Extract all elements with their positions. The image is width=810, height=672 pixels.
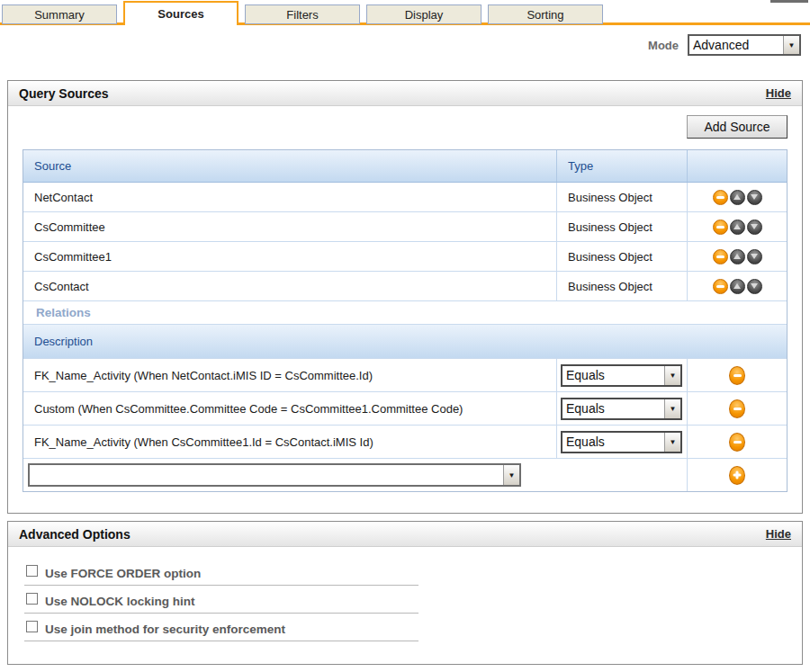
remove-source-icon[interactable] <box>713 190 728 205</box>
move-up-icon[interactable] <box>730 279 745 294</box>
source-actions <box>688 212 787 241</box>
tab-filters[interactable]: Filters <box>245 4 360 24</box>
table-row: CsContact Business Object <box>23 272 787 301</box>
source-name: CsContact <box>23 272 557 300</box>
add-source-row: Add Source <box>8 106 802 139</box>
join-method-label: Use join method for security enforcement <box>45 623 285 636</box>
source-type: Business Object <box>557 242 688 271</box>
source-name: NetContact <box>23 183 557 211</box>
relation-actions <box>688 359 787 391</box>
relations-section-row: Relations <box>23 301 787 325</box>
new-relation-value <box>30 465 503 485</box>
relation-description: Custom (When CsCommittee.Committee Code … <box>23 392 557 425</box>
advanced-options-title: Advanced Options <box>19 527 130 542</box>
add-relation-icon[interactable] <box>729 466 745 485</box>
option-row: Use join method for security enforcement <box>24 614 418 641</box>
option-row: Use FORCE ORDER option <box>24 558 418 586</box>
relations-label: Relations <box>23 301 787 324</box>
relation-operator-cell: Equals ▼ <box>557 392 688 425</box>
tab-sorting[interactable]: Sorting <box>488 4 603 24</box>
remove-relation-icon[interactable] <box>729 366 745 385</box>
relation-operator-value: Equals <box>562 366 664 385</box>
relation-actions <box>688 392 787 425</box>
chevron-down-icon: ▼ <box>664 433 680 452</box>
add-source-button[interactable]: Add Source <box>687 115 788 139</box>
relation-row: FK_Name_Activity (When CsCommittee1.Id =… <box>23 426 787 459</box>
mode-select[interactable]: Advanced ▼ <box>688 34 801 56</box>
new-relation-cell: ▼ <box>23 459 688 491</box>
sources-table-header: Source Type <box>23 150 787 183</box>
move-up-icon[interactable] <box>730 249 745 264</box>
table-row: CsCommittee1 Business Object <box>23 242 787 272</box>
move-down-icon[interactable] <box>747 220 762 235</box>
remove-source-icon[interactable] <box>713 220 728 235</box>
advanced-options-panel: Advanced Options Hide Use FORCE ORDER op… <box>7 521 803 665</box>
new-relation-row: ▼ <box>23 459 787 491</box>
tab-summary[interactable]: Summary <box>2 4 117 24</box>
relation-operator-value: Equals <box>562 433 664 452</box>
new-relation-actions <box>688 459 787 491</box>
description-header-label: Description <box>23 325 787 358</box>
remove-relation-icon[interactable] <box>729 399 745 418</box>
source-name: CsCommittee1 <box>23 242 557 271</box>
chevron-down-icon: ▼ <box>664 366 680 385</box>
source-type: Business Object <box>557 272 688 300</box>
nolock-label: Use NOLOCK locking hint <box>45 595 195 608</box>
relation-description: FK_Name_Activity (When CsCommittee1.Id =… <box>23 426 557 458</box>
source-type: Business Object <box>557 212 688 241</box>
sources-table: Source Type NetContact Business Object C… <box>22 149 788 492</box>
remove-relation-icon[interactable] <box>729 433 745 452</box>
chevron-down-icon: ▼ <box>783 36 799 54</box>
query-sources-title: Query Sources <box>19 86 109 101</box>
move-down-icon[interactable] <box>747 249 762 264</box>
relation-operator-select[interactable]: Equals ▼ <box>561 364 682 387</box>
move-down-icon[interactable] <box>747 190 762 205</box>
relation-row: FK_Name_Activity (When NetContact.iMIS I… <box>23 359 787 392</box>
chevron-down-icon: ▼ <box>664 399 680 418</box>
mode-label: Mode <box>648 39 679 52</box>
advanced-options-list: Use FORCE ORDER option Use NOLOCK lockin… <box>8 547 802 641</box>
nolock-checkbox[interactable] <box>26 593 38 605</box>
remove-source-icon[interactable] <box>713 279 728 294</box>
tab-bar: Summary Sources Filters Display Sorting <box>0 0 810 25</box>
join-method-checkbox[interactable] <box>26 621 38 632</box>
source-actions <box>688 272 787 300</box>
relation-row: Custom (When CsCommittee.Committee Code … <box>23 392 787 426</box>
chevron-down-icon: ▼ <box>503 465 519 485</box>
source-type: Business Object <box>557 183 688 211</box>
new-relation-select[interactable]: ▼ <box>28 463 521 487</box>
advanced-options-hide-link[interactable]: Hide <box>766 527 791 541</box>
relation-description: FK_Name_Activity (When NetContact.iMIS I… <box>23 359 557 391</box>
remove-source-icon[interactable] <box>713 249 728 264</box>
mode-row: Mode Advanced ▼ <box>0 33 810 57</box>
source-name: CsCommittee <box>23 212 557 241</box>
column-header-actions <box>688 150 787 182</box>
table-row: NetContact Business Object <box>23 183 787 212</box>
source-actions <box>688 183 787 211</box>
option-row: Use NOLOCK locking hint <box>24 586 418 614</box>
force-order-label: Use FORCE ORDER option <box>45 567 201 580</box>
force-order-checkbox[interactable] <box>26 565 38 577</box>
relation-actions <box>688 426 787 458</box>
relation-operator-value: Equals <box>562 399 664 418</box>
relation-operator-select[interactable]: Equals ▼ <box>561 431 682 453</box>
mode-select-value: Advanced <box>689 36 783 54</box>
relation-operator-cell: Equals ▼ <box>557 426 688 458</box>
query-sources-header: Query Sources Hide <box>8 81 802 106</box>
column-header-type: Type <box>557 150 688 182</box>
table-row: CsCommittee Business Object <box>23 212 787 242</box>
column-header-source: Source <box>23 150 557 182</box>
advanced-options-header: Advanced Options Hide <box>8 522 802 547</box>
description-header-row: Description <box>23 325 787 359</box>
relation-operator-select[interactable]: Equals ▼ <box>561 398 682 420</box>
query-sources-panel: Query Sources Hide Add Source Source Typ… <box>7 80 803 514</box>
move-up-icon[interactable] <box>730 220 745 235</box>
source-actions <box>688 242 787 271</box>
tab-sources[interactable]: Sources <box>123 1 238 25</box>
tab-display[interactable]: Display <box>366 4 482 24</box>
move-up-icon[interactable] <box>730 190 745 205</box>
query-sources-hide-link[interactable]: Hide <box>766 86 791 100</box>
move-down-icon[interactable] <box>747 279 762 294</box>
relation-operator-cell: Equals ▼ <box>557 359 688 391</box>
